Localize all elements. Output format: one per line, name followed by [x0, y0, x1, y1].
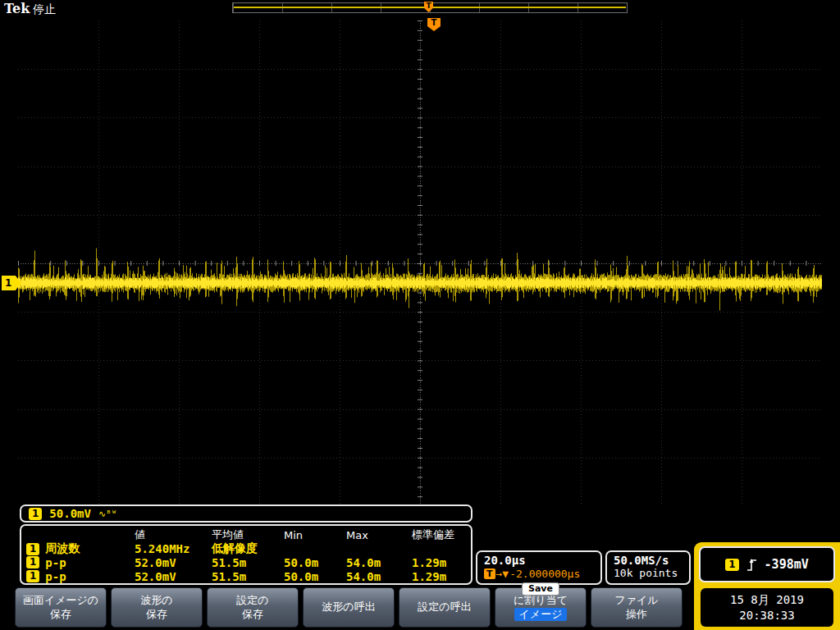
trigger-delay-value: -2.000000µs: [509, 568, 580, 580]
meas-name: p-p: [45, 570, 66, 583]
menu-save-waveform[interactable]: 波形の 保存: [111, 587, 203, 628]
record-length: 10k points: [614, 567, 682, 579]
menu-save-screen-image[interactable]: 画面イメージの 保存: [15, 587, 107, 628]
meas-name: 周波数: [45, 541, 80, 556]
meas-value: 5.240MHz: [135, 542, 212, 555]
trigger-source-badge: 1: [725, 559, 738, 571]
trigger-readout: 1 -398mV: [699, 546, 835, 582]
trigger-t-icon: T: [484, 568, 495, 579]
channel1-badge: 1: [26, 570, 39, 582]
delay-arrow-icon: →▼: [496, 568, 509, 580]
col-value: 値: [135, 527, 212, 542]
meas-name: p-p: [45, 556, 66, 569]
meas-min: 50.0m: [284, 570, 346, 583]
col-min: Min: [284, 529, 346, 541]
menu-file-utilities[interactable]: ファイル 操作: [591, 587, 682, 628]
col-mean: 平均値: [212, 527, 284, 542]
menu-recall-waveform[interactable]: 波形の呼出: [303, 587, 395, 628]
channel1-scale: 50.0mV: [49, 507, 91, 520]
preview-trigger-marker[interactable]: T: [424, 2, 433, 12]
acquisition-status: 停止: [33, 2, 56, 17]
measurement-row: 1p-p 52.0mV 51.5m 50.0m 54.0m 1.29m: [26, 569, 466, 583]
trigger-slope-icon: [746, 558, 757, 572]
measurement-header-row: 値 平均値 Min Max 標準偏差: [26, 527, 466, 541]
bandwidth-limit-icon: ∿ᴮᵂ: [98, 509, 116, 519]
measurement-row: 1周波数 5.240MHz 低解像度: [26, 541, 466, 555]
timebase-scale: 20.0µs: [484, 554, 594, 567]
col-std: 標準偏差: [412, 527, 469, 542]
meas-std: 1.29m: [412, 556, 469, 569]
channel1-badge: 1: [29, 508, 42, 520]
col-max: Max: [346, 529, 412, 541]
assigned-action-image: イメージ: [514, 608, 568, 622]
meas-std: 1.29m: [412, 570, 469, 583]
meas-mean: 51.5m: [212, 556, 284, 569]
softkey-menu: 画面イメージの 保存 波形の 保存 設定の 保存 波形の呼出 設定の呼出 Sav…: [15, 587, 682, 628]
date-label: 15 8月 2019: [730, 592, 804, 607]
sample-rate: 50.0MS/s: [614, 554, 682, 567]
record-preview-bar[interactable]: T: [232, 2, 628, 13]
datetime-readout: 15 8月 2019 20:38:33: [701, 588, 833, 627]
meas-min: 50.0m: [284, 556, 346, 569]
tek-logo: Tek: [4, 1, 30, 16]
menu-recall-settings[interactable]: 設定の呼出: [399, 587, 491, 628]
meas-max: 54.0m: [346, 556, 412, 569]
time-label: 20:38:33: [739, 608, 794, 623]
oscilloscope-screen: { "header": { "brand": "Tek", "status": …: [0, 0, 840, 630]
channel1-scale-readout: 1 50.0mV ∿ᴮᵂ: [20, 504, 472, 523]
trigger-level: -398mV: [765, 557, 809, 572]
acquisition-readout: 50.0MS/s 10k points: [605, 550, 691, 585]
trigger-delay-line: T →▼ -2.000000µs: [484, 568, 594, 580]
meas-mean: 低解像度: [212, 541, 284, 556]
menu-assign-save-button[interactable]: Save に割り当て イメージ: [495, 587, 587, 628]
graticule: T: [18, 21, 822, 506]
menu-save-settings[interactable]: 設定の 保存: [207, 587, 299, 628]
horizontal-readout: 20.0µs T →▼ -2.000000µs: [476, 550, 602, 585]
save-key-badge: Save: [522, 582, 559, 596]
measurement-row: 1p-p 52.0mV 51.5m 50.0m 54.0m 1.29m: [26, 555, 466, 569]
meas-value: 52.0mV: [135, 570, 212, 583]
meas-max: 54.0m: [346, 570, 412, 583]
meas-mean: 51.5m: [212, 570, 284, 583]
waveform-canvas: [18, 21, 822, 506]
channel1-badge: 1: [26, 556, 39, 568]
channel1-badge: 1: [26, 543, 39, 555]
measurement-panel: 値 平均値 Min Max 標準偏差 1周波数 5.240MHz 低解像度 1p…: [20, 524, 472, 585]
meas-value: 52.0mV: [135, 556, 212, 569]
